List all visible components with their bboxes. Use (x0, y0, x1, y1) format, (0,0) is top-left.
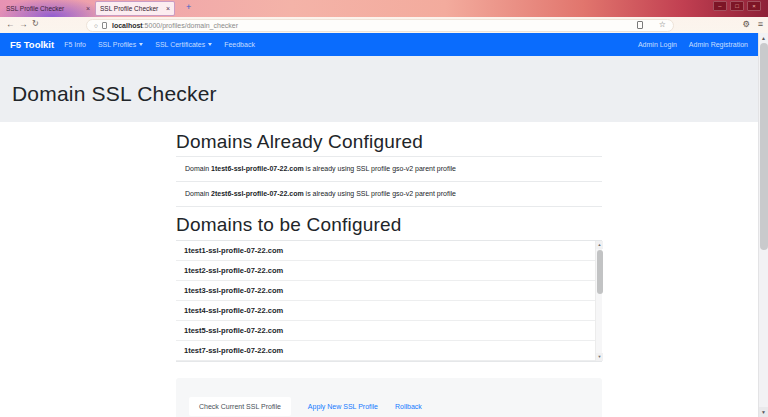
nav-link-f5-info[interactable]: F5 Info (64, 41, 86, 48)
scrollbar-thumb[interactable] (597, 250, 603, 294)
maximize-button[interactable]: □ (730, 1, 744, 11)
scroll-down-icon[interactable]: ▼ (759, 407, 768, 417)
navbar-brand[interactable]: F5 Toolkit (10, 39, 54, 50)
domains-list[interactable]: 1test1-ssl-profile-07-22.com 1test2-ssl-… (176, 240, 602, 362)
nav-link-ssl-certificates[interactable]: SSL Certificates (155, 41, 212, 48)
new-tab-button[interactable]: + (186, 2, 191, 12)
to-configure-heading: Domains to be Configured (176, 214, 602, 236)
address-bar[interactable]: ○ localhost:5000/profiles/domain_checker… (86, 19, 674, 32)
scroll-up-icon[interactable]: ▲ (596, 241, 603, 249)
nav-link-admin-registration[interactable]: Admin Registration (689, 41, 748, 48)
browser-tab-inactive[interactable]: SSL Profile Checker × (6, 2, 90, 15)
chevron-down-icon (208, 43, 212, 46)
browser-tab-title: SSL Profile Checker (6, 5, 82, 12)
domain-name: 2test6-ssl-profile-07-22.com (211, 190, 304, 197)
list-item[interactable]: 1test3-ssl-profile-07-22.com (176, 281, 602, 301)
page-title: Domain SSL Checker (0, 56, 758, 106)
list-item[interactable]: 1test5-ssl-profile-07-22.com (176, 321, 602, 341)
refresh-icon[interactable]: ↻ (32, 19, 39, 28)
shield-icon[interactable]: ○ (94, 22, 98, 29)
list-item[interactable]: 1test2-ssl-profile-07-22.com (176, 261, 602, 281)
nav-link-feedback[interactable]: Feedback (224, 41, 255, 48)
url-host: localhost (112, 22, 143, 29)
main-content: Domains Already Configured Domain 1test6… (176, 122, 602, 417)
list-item[interactable]: 1test7-ssl-profile-07-22.com (176, 341, 602, 361)
forward-icon[interactable]: → (19, 19, 28, 29)
list-item[interactable]: 1test4-ssl-profile-07-22.com (176, 301, 602, 321)
list-item: Domain 2test6-ssl-profile-07-22.com is a… (176, 181, 602, 206)
reader-view-icon[interactable] (637, 21, 643, 29)
browser-tab-strip: SSL Profile Checker × SSL Profile Checke… (0, 0, 768, 17)
configured-heading: Domains Already Configured (176, 131, 602, 153)
chevron-down-icon (139, 43, 143, 46)
close-icon[interactable]: × (86, 5, 90, 12)
nav-link-admin-login[interactable]: Admin Login (638, 41, 677, 48)
tab-check-current-ssl-profile[interactable]: Check Current SSL Profile (189, 397, 291, 416)
window-controls: – □ × (713, 1, 761, 11)
minimize-button[interactable]: – (713, 1, 727, 11)
hamburger-menu-icon[interactable]: ≡ (758, 19, 763, 29)
close-icon[interactable]: × (166, 5, 170, 12)
page-scrollbar[interactable]: ▲ ▼ (758, 33, 768, 417)
tab-apply-new-ssl-profile[interactable]: Apply New SSL Profile (308, 403, 378, 410)
nav-link-ssl-profiles[interactable]: SSL Profiles (98, 41, 143, 48)
settings-gear-icon[interactable]: ⚙ (742, 19, 750, 29)
url-path: :5000/profiles/domain_checker (143, 22, 238, 29)
list-scrollbar[interactable]: ▲ ▼ (595, 241, 602, 361)
action-card: Check Current SSL Profile Apply New SSL … (176, 378, 602, 417)
list-item[interactable]: 1test1-ssl-profile-07-22.com (176, 241, 602, 261)
domain-name: 1test6-ssl-profile-07-22.com (211, 165, 304, 172)
browser-tab-active[interactable]: SSL Profile Checker × (95, 1, 175, 16)
list-item: Domain 1test6-ssl-profile-07-22.com is a… (176, 156, 602, 181)
action-tabs: Check Current SSL Profile Apply New SSL … (189, 397, 589, 416)
scroll-up-icon[interactable]: ▲ (759, 33, 768, 43)
url-text: localhost:5000/profiles/domain_checker (112, 22, 637, 29)
app-navbar: F5 Toolkit F5 Info SSL Profiles SSL Cert… (0, 33, 758, 56)
tab-rollback[interactable]: Rollback (395, 403, 422, 410)
browser-tab-title: SSL Profile Checker (100, 5, 162, 12)
configured-list: Domain 1test6-ssl-profile-07-22.com is a… (176, 156, 602, 207)
back-icon[interactable]: ← (6, 19, 15, 29)
browser-toolbar: ← → ↻ ○ localhost:5000/profiles/domain_c… (0, 17, 768, 33)
bookmark-star-icon[interactable]: ☆ (659, 21, 666, 29)
jumbotron: Domain SSL Checker (0, 56, 758, 122)
scroll-down-icon[interactable]: ▼ (596, 353, 603, 361)
site-info-icon[interactable] (102, 22, 107, 29)
scrollbar-thumb[interactable] (760, 43, 768, 250)
close-button[interactable]: × (747, 1, 761, 11)
